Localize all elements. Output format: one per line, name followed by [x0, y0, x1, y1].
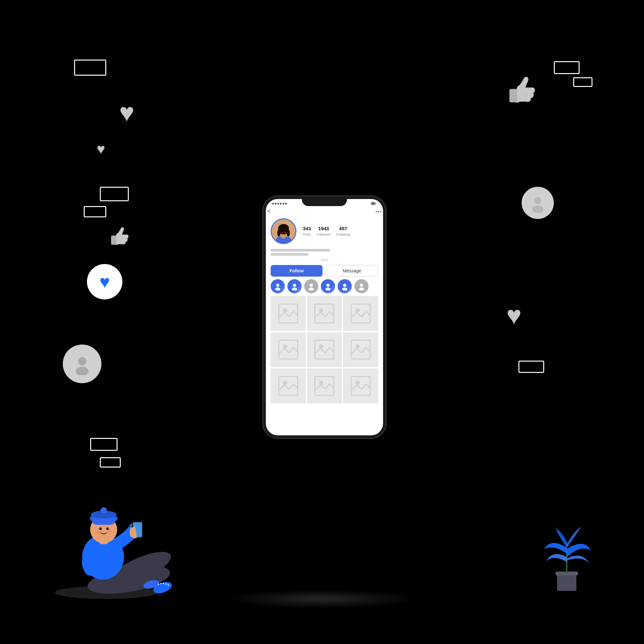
svg-rect-60 — [557, 573, 576, 591]
photo-cell[interactable] — [307, 296, 342, 331]
heart-large-right: ♥ — [507, 303, 522, 328]
svg-point-11 — [284, 232, 286, 233]
svg-point-31 — [283, 345, 287, 349]
svg-point-16 — [310, 284, 313, 287]
squiggle-deco: ≈≈≈ — [271, 257, 378, 262]
back-arrow[interactable]: < — [268, 208, 271, 215]
svg-point-55 — [108, 530, 111, 534]
svg-point-23 — [359, 288, 364, 290]
person-illustration — [39, 464, 174, 599]
message-button[interactable]: Message — [326, 265, 378, 277]
svg-point-15 — [292, 288, 297, 290]
name-line-2 — [271, 253, 308, 256]
heart-large-left: ♥ — [119, 100, 135, 126]
svg-point-19 — [326, 288, 331, 290]
svg-point-14 — [293, 284, 296, 287]
svg-point-35 — [355, 345, 360, 349]
profile-content: 343 Posts 1943 Followers 457 Following ≈… — [266, 217, 383, 403]
svg-point-20 — [343, 284, 346, 287]
svg-point-64 — [78, 357, 86, 365]
svg-rect-63 — [111, 236, 117, 245]
shadow-ellipse — [225, 589, 419, 609]
rect-deco-2 — [554, 61, 580, 74]
svg-point-53 — [106, 527, 109, 530]
photo-cell[interactable] — [307, 368, 342, 403]
story-item[interactable] — [321, 279, 335, 293]
name-lines — [271, 249, 378, 256]
photo-cell[interactable] — [271, 296, 306, 331]
battery-icon — [371, 202, 377, 205]
photo-cell[interactable] — [343, 332, 378, 367]
svg-point-29 — [355, 308, 360, 312]
svg-point-8 — [277, 229, 280, 236]
name-line-1 — [271, 249, 330, 251]
svg-point-66 — [534, 197, 541, 204]
svg-point-51 — [100, 507, 107, 514]
story-item[interactable] — [271, 279, 285, 293]
stories-row — [271, 279, 378, 293]
svg-rect-62 — [509, 89, 517, 102]
svg-point-12 — [276, 284, 279, 287]
svg-point-25 — [283, 308, 287, 312]
signal-dots — [272, 203, 287, 204]
svg-point-67 — [532, 205, 543, 213]
svg-point-52 — [99, 527, 102, 530]
action-buttons: Follow Message — [271, 265, 378, 277]
photo-grid — [271, 296, 378, 403]
stats-row: 343 Posts 1943 Followers 457 Following — [303, 226, 350, 237]
rect-deco-6 — [90, 438, 118, 451]
followers-stat: 1943 Followers — [317, 226, 331, 237]
photo-cell[interactable] — [271, 368, 306, 403]
svg-point-65 — [76, 367, 89, 375]
svg-point-41 — [355, 381, 360, 385]
story-item[interactable] — [304, 279, 318, 293]
svg-rect-1 — [372, 203, 375, 204]
svg-point-39 — [319, 381, 323, 385]
photo-cell[interactable] — [271, 332, 306, 367]
svg-point-27 — [319, 308, 323, 312]
story-item[interactable] — [338, 279, 352, 293]
plant-illustration — [535, 509, 599, 599]
photo-cell[interactable] — [343, 296, 378, 331]
svg-point-10 — [281, 232, 283, 233]
phone-mockup: < — [263, 196, 386, 438]
svg-point-37 — [283, 381, 287, 385]
thumb-up-right-large — [502, 74, 538, 114]
rect-deco-5 — [84, 206, 106, 217]
svg-point-22 — [360, 284, 363, 287]
svg-point-18 — [327, 284, 330, 287]
rect-deco-8 — [518, 361, 544, 373]
svg-point-17 — [309, 288, 314, 290]
follow-button[interactable]: Follow — [271, 265, 323, 277]
avatar-circle-left — [63, 345, 101, 383]
svg-point-13 — [275, 288, 280, 290]
svg-point-54 — [96, 530, 100, 534]
like-bubble: ♥ — [87, 264, 122, 299]
svg-point-9 — [287, 229, 290, 236]
photo-cell[interactable] — [343, 368, 378, 403]
rect-deco-1 — [74, 60, 106, 76]
story-item[interactable] — [355, 279, 369, 293]
profile-avatar — [271, 218, 297, 244]
phone-nav: < — [266, 206, 383, 217]
phone-notch — [302, 199, 347, 206]
story-item[interactable] — [288, 279, 302, 293]
posts-stat: 343 Posts — [303, 226, 311, 237]
profile-row: 343 Posts 1943 Followers 457 Following — [271, 217, 378, 247]
more-menu[interactable] — [376, 211, 382, 212]
avatar-circle-right — [522, 187, 554, 219]
rect-deco-3 — [573, 77, 592, 87]
heart-small-left: ♥ — [97, 142, 105, 156]
photo-cell[interactable] — [307, 332, 342, 367]
following-stat: 457 Following — [336, 226, 350, 237]
svg-point-21 — [342, 288, 347, 290]
rect-deco-4 — [100, 187, 129, 201]
svg-point-33 — [319, 345, 323, 349]
thumb-up-left-small — [106, 225, 130, 251]
